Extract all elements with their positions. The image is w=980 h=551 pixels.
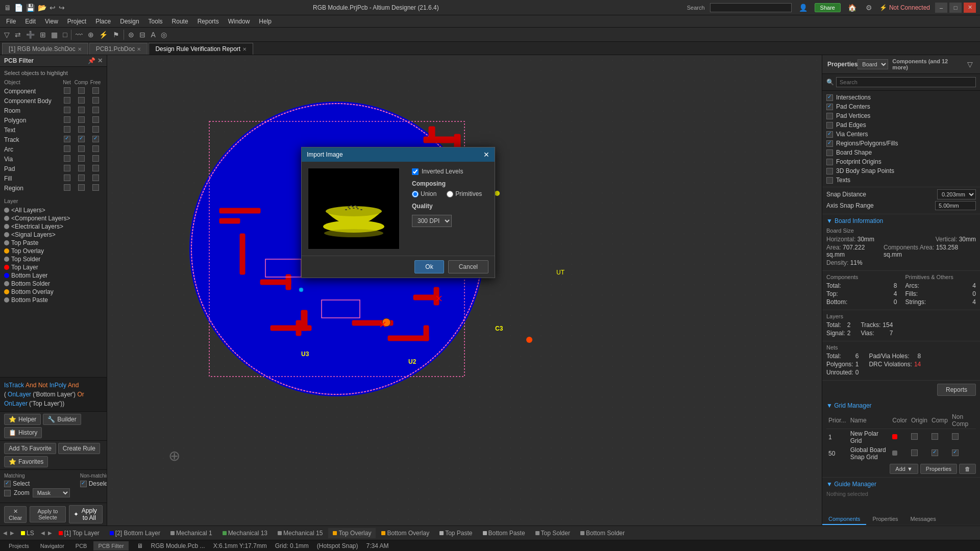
tb-layer-btn[interactable]: ⊟	[137, 30, 148, 40]
ok-btn[interactable]: Ok	[414, 260, 444, 273]
guide-manager-title[interactable]: ▼ Guide Manager	[826, 481, 976, 488]
history-btn[interactable]: 📋 History	[4, 427, 42, 438]
btab-mech15[interactable]: Mechanical 15	[273, 528, 327, 538]
layer-bottom-paste[interactable]: Bottom Paste	[4, 296, 103, 304]
tb-text-btn[interactable]: A	[149, 30, 157, 40]
favorites-btn[interactable]: ⭐ Favorites	[4, 456, 48, 467]
chk-room-net[interactable]	[64, 107, 70, 113]
settings-btn[interactable]: ⚙	[864, 3, 874, 13]
menu-view[interactable]: View	[41, 17, 62, 26]
chk-via-centers-box[interactable]	[826, 131, 833, 138]
btab-ls-arrow-left[interactable]: ◀	[40, 529, 46, 537]
import-image-dialog[interactable]: Import Image ✕	[301, 147, 495, 278]
chk-texts-box[interactable]	[826, 177, 833, 184]
maximize-btn[interactable]: □	[949, 3, 962, 13]
chk-pad-centers-box[interactable]	[826, 104, 833, 110]
tb-power-btn[interactable]: ⚑	[111, 30, 121, 40]
layer-top-solder[interactable]: Top Solder	[4, 255, 103, 263]
chk-arc-net[interactable]	[64, 145, 70, 152]
chk-polygon-comp[interactable]	[78, 116, 85, 123]
btabs-left-arrow[interactable]: ◀	[2, 529, 8, 537]
chk-board-shape-box[interactable]	[826, 149, 833, 156]
tb-interactive-btn[interactable]: ⇄	[13, 30, 23, 40]
home-btn[interactable]: 🏠	[846, 3, 859, 13]
tb-connect-btn[interactable]: ⊞	[38, 30, 48, 40]
chk-track-comp[interactable]	[78, 136, 85, 142]
layer-electrical[interactable]: <Electrical Layers>	[4, 222, 103, 231]
btab-top-overlay[interactable]: Top Overlay	[328, 528, 376, 538]
menu-place[interactable]: Place	[91, 17, 115, 26]
layer-signal[interactable]: <Signal Layers>	[4, 231, 103, 239]
snap-distance-select[interactable]: 0.203mm	[937, 189, 976, 199]
inverted-levels-chk[interactable]	[412, 168, 419, 175]
add-to-favorite-btn[interactable]: Add To Favorite	[4, 443, 56, 454]
reports-btn[interactable]: Reports	[937, 384, 976, 396]
chk-track-net[interactable]	[64, 136, 70, 142]
tb-misc-btn[interactable]: ◎	[159, 30, 169, 40]
tab-drc[interactable]: Design Rule Verification Report ✕	[149, 43, 253, 55]
redo-icon[interactable]: ↪	[59, 4, 65, 12]
tab-schematic-close[interactable]: ✕	[78, 46, 82, 52]
share-btn[interactable]: Share	[815, 3, 841, 12]
tb-route-btn[interactable]: 〰	[74, 30, 85, 40]
btab-mech13[interactable]: Mechanical 13	[218, 528, 272, 538]
tb-filter-btn[interactable]: ▽	[2, 30, 12, 40]
board-select[interactable]: Board	[857, 59, 888, 69]
chk-fill-net[interactable]	[64, 174, 70, 181]
layer-top-overlay[interactable]: Top Overlay	[4, 247, 103, 255]
create-rule-btn[interactable]: Create Rule	[58, 443, 100, 454]
status-pcb[interactable]: PCB	[71, 541, 92, 550]
layer-bottom-overlay[interactable]: Bottom Overlay	[4, 288, 103, 296]
tab-schematic[interactable]: [1] RGB Module.SchDoc ✕	[2, 43, 88, 55]
btab-top-layer[interactable]: [1] Top Layer	[54, 528, 104, 538]
grid-delete-btn[interactable]: 🗑	[959, 464, 976, 474]
chk-compbody-free[interactable]	[92, 97, 99, 104]
rp-tab-properties[interactable]: Properties	[866, 514, 904, 525]
radio-union-input[interactable]	[412, 191, 419, 197]
tb-plus-btn[interactable]: ➕	[24, 30, 37, 40]
menu-file[interactable]: File	[2, 17, 20, 26]
undo-icon[interactable]: ↩	[50, 4, 56, 12]
clear-btn[interactable]: ✕ Clear	[4, 506, 27, 523]
status-navigator[interactable]: Navigator	[36, 541, 69, 550]
tb-component-btn[interactable]: ⊕	[86, 30, 96, 40]
menu-help[interactable]: Help	[255, 17, 276, 26]
chk-fill-comp[interactable]	[78, 174, 85, 181]
menu-edit[interactable]: Edit	[21, 17, 40, 26]
layer-top-paste[interactable]: Top Paste	[4, 239, 103, 247]
chk-matching-select[interactable]	[4, 481, 11, 487]
btab-bottom-paste[interactable]: Bottom Paste	[478, 528, 530, 538]
btab-top-paste[interactable]: Top Paste	[435, 528, 477, 538]
status-pcb-filter[interactable]: PCB Filter	[93, 541, 128, 550]
apply-to-all-btn[interactable]: ✦ Apply to All	[69, 505, 103, 523]
chk-room-comp[interactable]	[78, 107, 85, 113]
filter-icon-btn[interactable]: ▽	[965, 59, 975, 69]
chk-pad-comp[interactable]	[78, 165, 85, 171]
chk-footprint-origins-box[interactable]	[826, 159, 833, 165]
btab-top-solder[interactable]: Top Solder	[531, 528, 575, 538]
tab-pcb-close[interactable]: ✕	[137, 46, 141, 52]
chk-regions-box[interactable]	[826, 140, 833, 147]
quality-select[interactable]: 300 DPI 150 DPI 600 DPI 72 DPI	[412, 215, 452, 227]
menu-tools[interactable]: Tools	[144, 17, 167, 26]
builder-btn[interactable]: 🔧 Builder	[43, 414, 81, 425]
chk-arc-free[interactable]	[92, 145, 99, 152]
chk-region-net[interactable]	[64, 184, 70, 191]
btab-ls-arrow-right[interactable]: ▶	[47, 529, 53, 537]
grid-add-btn[interactable]: Add ▼	[890, 464, 918, 474]
helper-btn[interactable]: ⭐ Helper	[4, 414, 41, 425]
layer-bottom-solder[interactable]: Bottom Solder	[4, 280, 103, 288]
rp-tab-messages[interactable]: Messages	[904, 514, 942, 525]
chk-text-comp[interactable]	[78, 126, 85, 133]
tb-table-btn[interactable]: ▦	[49, 30, 60, 40]
board-info-title[interactable]: ▼ Board Information	[826, 217, 976, 224]
chk-pad-edges-box[interactable]	[826, 122, 833, 129]
pin-icon[interactable]: 📌	[88, 57, 95, 64]
chk-text-free[interactable]	[92, 126, 99, 133]
tb-wire-btn[interactable]: ⚡	[97, 30, 110, 40]
chk-compbody-net[interactable]	[64, 97, 70, 104]
chk-pad-free[interactable]	[92, 165, 99, 171]
grid-properties-btn[interactable]: Properties	[920, 464, 957, 474]
profile-btn[interactable]: 👤	[797, 3, 810, 13]
axis-snap-input[interactable]	[935, 201, 976, 210]
